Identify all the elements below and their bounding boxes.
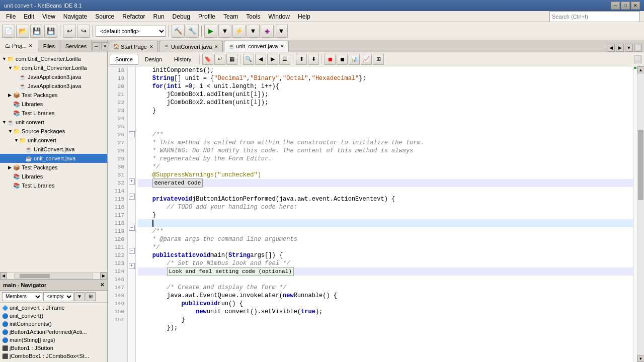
close-button[interactable]: ✕ [631,2,640,10]
tree-item[interactable]: 📚 Test Libraries [0,181,107,190]
panel-minimize-button[interactable]: ─ [92,42,100,50]
close-unit-convert-tab[interactable]: ✕ [280,44,284,49]
minimize-button[interactable]: ─ [611,2,620,10]
tree-item[interactable]: ▼ ☕ unit convert [0,118,107,127]
scroll-right-button[interactable]: ▶ [100,273,107,280]
nav-item[interactable]: 🔵 unit_convert() [0,312,107,320]
tree-item[interactable]: 📚 Libraries [0,100,107,109]
tree-item[interactable]: ▼ 📁 com.Unit_Converter.Lorilla [0,54,107,63]
run-button[interactable]: ▶ [204,25,217,38]
open-project-button[interactable]: 📂 [16,25,29,38]
tab-services[interactable]: Services [60,40,92,52]
nav-item[interactable]: 🔵 main(String[] args) [0,336,107,344]
run-dropdown[interactable]: ▼ [218,25,231,38]
menu-file[interactable]: File [2,11,20,22]
menu-debug[interactable]: Debug [169,11,194,22]
tree-item[interactable]: ▼ 📁 Source Packages [0,127,107,136]
tree-item[interactable]: 📚 Test Libraries [0,109,107,118]
scroll-up-button[interactable]: ▲ [637,66,645,73]
menu-run[interactable]: Run [149,11,169,22]
scroll-track[interactable] [14,274,93,279]
tab-restore[interactable]: ⬜ [634,44,642,52]
tree-item[interactable]: ▶ 📦 Test Packages [0,163,107,172]
members-selector[interactable]: Members [2,292,42,301]
format-button[interactable]: ▦ [226,54,237,65]
undo-button[interactable]: ↩ [63,25,76,38]
close-start-page-tab[interactable]: ✕ [149,44,153,49]
vertical-scrollbar[interactable]: ▲ ▼ [637,66,644,362]
tree-item[interactable]: 📚 Libraries [0,172,107,181]
find-button[interactable]: 🔍 [243,54,254,65]
filter-selector[interactable]: <empty> [43,292,73,301]
build-main-project-button[interactable]: 🔨 [172,25,185,38]
tab-start-page[interactable]: 🏠 Start Page ✕ [109,41,158,52]
tree-item[interactable]: ☕ UnitConvert.java [0,145,107,154]
nav-item[interactable]: ⬛ jButton1 : JButton [0,344,107,352]
nav-sort-button[interactable]: ⊞ [86,292,96,301]
maximize-button[interactable]: □ [621,2,630,10]
menu-edit[interactable]: Edit [20,11,38,22]
profile-dropdown[interactable]: ▼ [275,25,288,38]
tab-files[interactable]: Files [38,40,60,52]
bar-chart-button[interactable]: 📊 [349,54,360,65]
debug-button[interactable]: ⚡ [232,25,246,38]
debug-dropdown[interactable]: ▼ [247,25,260,38]
toggle-bookmarks-button[interactable]: 🔖 [202,54,213,65]
prev-mark-button[interactable]: ⬆ [296,54,307,65]
editor-expand-button[interactable]: ⬜ [634,55,642,63]
menu-navigate[interactable]: Navigate [59,11,91,22]
tree-item[interactable]: ☕ JavaApplication3.java [0,81,107,90]
editor-tab-design[interactable]: Design [139,54,168,65]
stop-button[interactable]: ⏹ [325,54,336,65]
search-input[interactable] [549,11,640,22]
code-editor[interactable]: 18 19 20 21 22 23 24 25 26 27 28 29 30 3… [108,66,644,362]
code-content[interactable]: initComponents(); String[] unit = {"Deci… [136,66,633,362]
save-button[interactable]: 💾 [30,25,43,38]
tab-unitconvert[interactable]: ☕ UnitConvert.java ✕ [159,41,223,52]
nav-item[interactable]: 🔵 jButton1ActionPerformed(Acti... [0,328,107,336]
tab-projects[interactable]: 🗂 Proj... ✕ [0,40,38,52]
tree-item[interactable]: ▼ 📁 com.Unit_Converter.Lorilla [0,63,107,72]
clean-and-build-button[interactable]: 🔧 [186,25,199,38]
redo-button[interactable]: ↪ [77,25,90,38]
tree-item[interactable]: ☕ JavaApplication3.java [0,72,107,81]
scroll-left-button[interactable]: ◀ [0,273,7,280]
tree-item-selected[interactable]: ☕ unit_convert.java [0,154,107,163]
tab-unit-convert-active[interactable]: ☕ unit_convert.java ✕ [224,41,289,52]
tree-item[interactable]: ▼ 📁 unit.convert [0,136,107,145]
nav-item[interactable]: ⬛ jComboBox1 : JComboBox<St... [0,352,107,360]
scroll-thumb[interactable] [20,274,50,278]
menu-source[interactable]: Source [91,11,118,22]
config-selector[interactable]: <default config> [96,26,166,37]
nav-filter-button[interactable]: ▼ [74,292,85,301]
editor-tab-history[interactable]: History [169,54,197,65]
close-projects-tab[interactable]: ✕ [29,43,33,48]
nav-item[interactable]: 🔷 unit_convert :: JFrame [0,304,107,312]
navigator-close-button[interactable]: ✕ [100,282,104,288]
new-project-button[interactable]: 📄 [2,25,15,38]
menu-refactor[interactable]: Refactor [118,11,149,22]
tab-scroll-left[interactable]: ◀ [607,44,615,52]
find-next-button[interactable]: ▶ [267,54,278,65]
profile-button[interactable]: ◈ [261,25,274,38]
nav-item[interactable]: 🔵 initComponents() [0,320,107,328]
menu-team[interactable]: Team [219,11,242,22]
menu-profile[interactable]: Profile [194,11,219,22]
next-mark-button[interactable]: ⬇ [308,54,319,65]
menu-tools[interactable]: Tools [242,11,264,22]
table-button[interactable]: ⊞ [373,54,384,65]
menu-window[interactable]: Window [264,11,294,22]
graph-button[interactable]: 📈 [361,54,372,65]
save-all-button[interactable]: 💾 [44,25,57,38]
toggle-linebreaks-button[interactable]: ↵ [214,54,225,65]
tab-scroll-right[interactable]: ▶ [616,44,624,52]
debug-stop-button[interactable]: ⏹ [337,54,348,65]
horizontal-scrollbar[interactable]: ◀ ▶ [0,272,107,279]
menu-help[interactable]: Help [294,11,314,22]
close-unitconvert-tab[interactable]: ✕ [214,44,218,49]
editor-tab-source[interactable]: Source [110,54,138,65]
find-selection-button[interactable]: ☰ [279,54,290,65]
tab-dropdown[interactable]: ▼ [625,44,633,52]
find-prev-button[interactable]: ◀ [255,54,266,65]
menu-view[interactable]: View [38,11,59,22]
